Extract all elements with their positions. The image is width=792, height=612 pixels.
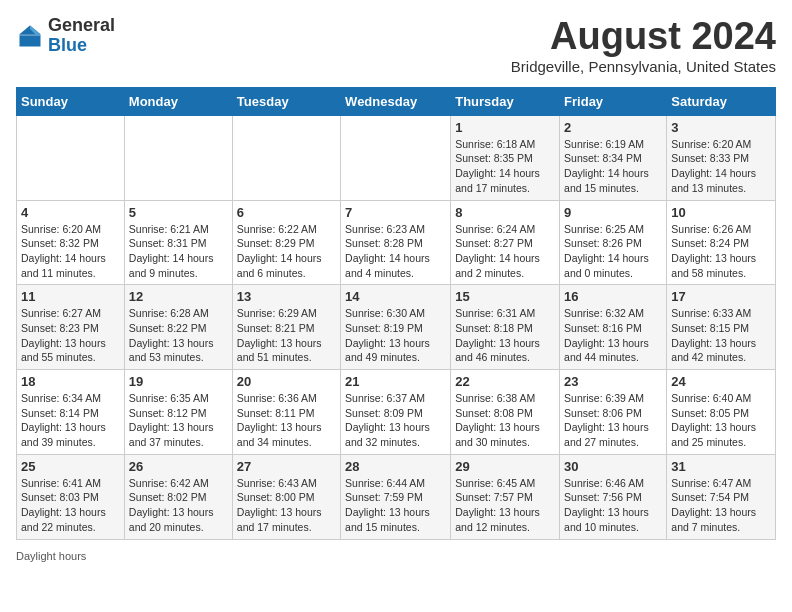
day-info: Sunrise: 6:26 AM Sunset: 8:24 PM Dayligh… (671, 222, 771, 281)
day-info: Sunrise: 6:19 AM Sunset: 8:34 PM Dayligh… (564, 137, 662, 196)
calendar-week-row: 1Sunrise: 6:18 AM Sunset: 8:35 PM Daylig… (17, 115, 776, 200)
day-info: Sunrise: 6:34 AM Sunset: 8:14 PM Dayligh… (21, 391, 120, 450)
calendar-cell: 4Sunrise: 6:20 AM Sunset: 8:32 PM Daylig… (17, 200, 125, 285)
day-number: 12 (129, 289, 228, 304)
day-info: Sunrise: 6:45 AM Sunset: 7:57 PM Dayligh… (455, 476, 555, 535)
day-info: Sunrise: 6:24 AM Sunset: 8:27 PM Dayligh… (455, 222, 555, 281)
calendar-cell: 25Sunrise: 6:41 AM Sunset: 8:03 PM Dayli… (17, 454, 125, 539)
calendar-cell: 12Sunrise: 6:28 AM Sunset: 8:22 PM Dayli… (124, 285, 232, 370)
day-info: Sunrise: 6:42 AM Sunset: 8:02 PM Dayligh… (129, 476, 228, 535)
day-number: 23 (564, 374, 662, 389)
day-info: Sunrise: 6:36 AM Sunset: 8:11 PM Dayligh… (237, 391, 336, 450)
day-info: Sunrise: 6:31 AM Sunset: 8:18 PM Dayligh… (455, 306, 555, 365)
day-number: 29 (455, 459, 555, 474)
calendar-cell: 8Sunrise: 6:24 AM Sunset: 8:27 PM Daylig… (451, 200, 560, 285)
calendar-cell: 16Sunrise: 6:32 AM Sunset: 8:16 PM Dayli… (560, 285, 667, 370)
day-info: Sunrise: 6:41 AM Sunset: 8:03 PM Dayligh… (21, 476, 120, 535)
day-number: 11 (21, 289, 120, 304)
day-number: 1 (455, 120, 555, 135)
day-number: 31 (671, 459, 771, 474)
day-number: 2 (564, 120, 662, 135)
day-info: Sunrise: 6:28 AM Sunset: 8:22 PM Dayligh… (129, 306, 228, 365)
calendar-cell: 20Sunrise: 6:36 AM Sunset: 8:11 PM Dayli… (232, 370, 340, 455)
day-number: 5 (129, 205, 228, 220)
calendar-cell (232, 115, 340, 200)
day-of-week-header: Friday (560, 87, 667, 115)
day-number: 28 (345, 459, 446, 474)
calendar-cell: 30Sunrise: 6:46 AM Sunset: 7:56 PM Dayli… (560, 454, 667, 539)
day-info: Sunrise: 6:40 AM Sunset: 8:05 PM Dayligh… (671, 391, 771, 450)
day-info: Sunrise: 6:20 AM Sunset: 8:33 PM Dayligh… (671, 137, 771, 196)
day-info: Sunrise: 6:33 AM Sunset: 8:15 PM Dayligh… (671, 306, 771, 365)
day-of-week-header: Saturday (667, 87, 776, 115)
calendar-cell: 31Sunrise: 6:47 AM Sunset: 7:54 PM Dayli… (667, 454, 776, 539)
day-of-week-header: Thursday (451, 87, 560, 115)
calendar-cell: 13Sunrise: 6:29 AM Sunset: 8:21 PM Dayli… (232, 285, 340, 370)
day-number: 27 (237, 459, 336, 474)
day-of-week-header: Monday (124, 87, 232, 115)
logo-text: General Blue (48, 16, 115, 56)
logo-icon (16, 22, 44, 50)
calendar-cell: 17Sunrise: 6:33 AM Sunset: 8:15 PM Dayli… (667, 285, 776, 370)
day-number: 18 (21, 374, 120, 389)
day-info: Sunrise: 6:21 AM Sunset: 8:31 PM Dayligh… (129, 222, 228, 281)
day-info: Sunrise: 6:43 AM Sunset: 8:00 PM Dayligh… (237, 476, 336, 535)
day-number: 15 (455, 289, 555, 304)
svg-rect-2 (20, 34, 41, 36)
day-of-week-header: Tuesday (232, 87, 340, 115)
calendar-cell: 15Sunrise: 6:31 AM Sunset: 8:18 PM Dayli… (451, 285, 560, 370)
logo: General Blue (16, 16, 115, 56)
day-number: 6 (237, 205, 336, 220)
calendar-cell: 18Sunrise: 6:34 AM Sunset: 8:14 PM Dayli… (17, 370, 125, 455)
calendar-cell: 28Sunrise: 6:44 AM Sunset: 7:59 PM Dayli… (341, 454, 451, 539)
calendar-cell: 27Sunrise: 6:43 AM Sunset: 8:00 PM Dayli… (232, 454, 340, 539)
day-info: Sunrise: 6:22 AM Sunset: 8:29 PM Dayligh… (237, 222, 336, 281)
day-number: 10 (671, 205, 771, 220)
calendar-cell (17, 115, 125, 200)
day-info: Sunrise: 6:38 AM Sunset: 8:08 PM Dayligh… (455, 391, 555, 450)
calendar-cell: 3Sunrise: 6:20 AM Sunset: 8:33 PM Daylig… (667, 115, 776, 200)
page-header: General Blue August 2024 Bridgeville, Pe… (16, 16, 776, 75)
calendar-subtitle: Bridgeville, Pennsylvania, United States (511, 58, 776, 75)
day-number: 16 (564, 289, 662, 304)
day-info: Sunrise: 6:29 AM Sunset: 8:21 PM Dayligh… (237, 306, 336, 365)
calendar-week-row: 18Sunrise: 6:34 AM Sunset: 8:14 PM Dayli… (17, 370, 776, 455)
day-number: 21 (345, 374, 446, 389)
day-info: Sunrise: 6:20 AM Sunset: 8:32 PM Dayligh… (21, 222, 120, 281)
calendar-cell: 1Sunrise: 6:18 AM Sunset: 8:35 PM Daylig… (451, 115, 560, 200)
calendar-cell: 11Sunrise: 6:27 AM Sunset: 8:23 PM Dayli… (17, 285, 125, 370)
day-number: 3 (671, 120, 771, 135)
day-info: Sunrise: 6:23 AM Sunset: 8:28 PM Dayligh… (345, 222, 446, 281)
calendar-cell (124, 115, 232, 200)
day-number: 24 (671, 374, 771, 389)
day-info: Sunrise: 6:44 AM Sunset: 7:59 PM Dayligh… (345, 476, 446, 535)
day-number: 17 (671, 289, 771, 304)
calendar-week-row: 4Sunrise: 6:20 AM Sunset: 8:32 PM Daylig… (17, 200, 776, 285)
day-info: Sunrise: 6:46 AM Sunset: 7:56 PM Dayligh… (564, 476, 662, 535)
daylight-hours-label: Daylight hours (16, 550, 86, 562)
calendar-cell: 23Sunrise: 6:39 AM Sunset: 8:06 PM Dayli… (560, 370, 667, 455)
day-info: Sunrise: 6:30 AM Sunset: 8:19 PM Dayligh… (345, 306, 446, 365)
day-number: 22 (455, 374, 555, 389)
day-number: 9 (564, 205, 662, 220)
day-info: Sunrise: 6:39 AM Sunset: 8:06 PM Dayligh… (564, 391, 662, 450)
day-number: 30 (564, 459, 662, 474)
day-number: 7 (345, 205, 446, 220)
day-info: Sunrise: 6:32 AM Sunset: 8:16 PM Dayligh… (564, 306, 662, 365)
calendar-cell: 10Sunrise: 6:26 AM Sunset: 8:24 PM Dayli… (667, 200, 776, 285)
calendar-title: August 2024 (511, 16, 776, 58)
calendar-cell: 5Sunrise: 6:21 AM Sunset: 8:31 PM Daylig… (124, 200, 232, 285)
day-number: 8 (455, 205, 555, 220)
calendar-cell: 2Sunrise: 6:19 AM Sunset: 8:34 PM Daylig… (560, 115, 667, 200)
calendar-week-row: 11Sunrise: 6:27 AM Sunset: 8:23 PM Dayli… (17, 285, 776, 370)
title-block: August 2024 Bridgeville, Pennsylvania, U… (511, 16, 776, 75)
day-info: Sunrise: 6:18 AM Sunset: 8:35 PM Dayligh… (455, 137, 555, 196)
day-of-week-header: Wednesday (341, 87, 451, 115)
day-number: 26 (129, 459, 228, 474)
day-info: Sunrise: 6:25 AM Sunset: 8:26 PM Dayligh… (564, 222, 662, 281)
day-number: 4 (21, 205, 120, 220)
calendar-cell: 7Sunrise: 6:23 AM Sunset: 8:28 PM Daylig… (341, 200, 451, 285)
calendar-cell: 6Sunrise: 6:22 AM Sunset: 8:29 PM Daylig… (232, 200, 340, 285)
calendar-cell: 22Sunrise: 6:38 AM Sunset: 8:08 PM Dayli… (451, 370, 560, 455)
day-number: 25 (21, 459, 120, 474)
